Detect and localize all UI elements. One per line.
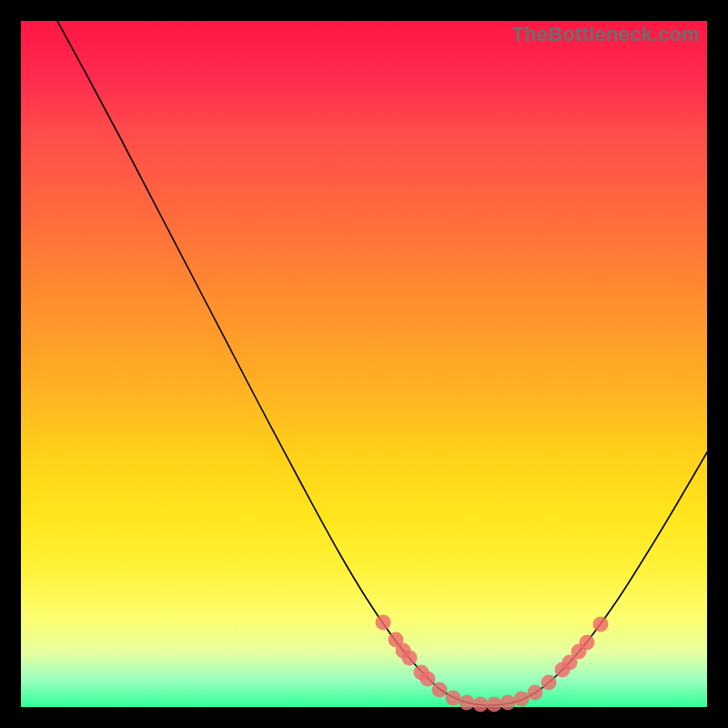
chart-svg (21, 21, 707, 707)
chart-frame: TheBottleneck.com (0, 0, 728, 728)
plot-area: TheBottleneck.com (21, 21, 707, 707)
data-marker (541, 675, 557, 691)
data-marker (500, 695, 516, 711)
data-marker (402, 651, 418, 666)
data-marker (514, 692, 530, 707)
marker-group (376, 615, 609, 713)
data-marker (376, 615, 391, 631)
data-marker (432, 682, 448, 698)
data-marker (580, 635, 595, 651)
data-marker (473, 697, 489, 713)
data-marker (446, 691, 461, 706)
data-marker (593, 617, 609, 632)
bottleneck-curve (57, 21, 707, 705)
data-marker (420, 672, 436, 687)
data-marker (487, 697, 502, 713)
data-marker (460, 695, 475, 711)
data-marker (528, 685, 543, 701)
